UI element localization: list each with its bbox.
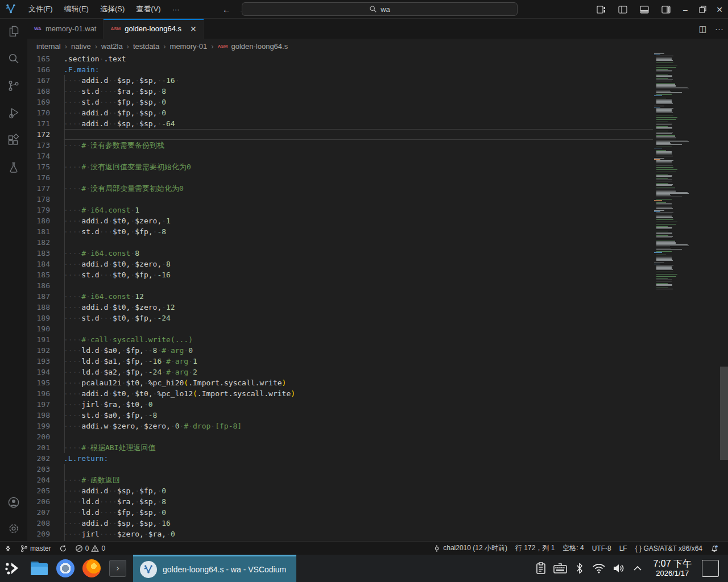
- menu-item-4[interactable]: ···: [167, 3, 185, 15]
- tab-close-icon[interactable]: ✕: [190, 24, 197, 34]
- code-line[interactable]: 166.F.main:: [27, 64, 653, 75]
- code-line[interactable]: 186: [27, 280, 653, 291]
- code-line[interactable]: 176: [27, 172, 653, 183]
- code-line[interactable]: 172: [27, 129, 653, 140]
- code-editor[interactable]: 165.section·.text166.F.main:167····addi.…: [27, 53, 728, 541]
- code-line[interactable]: 207····ld.d····$fp,·$sp,·0: [27, 507, 653, 518]
- status-errors-warnings-icon[interactable]: 00: [71, 542, 109, 555]
- code-line[interactable]: 196····addi.d·$t0,·$t0,·%pc_lo12(.Import…: [27, 388, 653, 399]
- code-line[interactable]: 205····addi.d··$sp,·$fp,·0: [27, 485, 653, 496]
- toggle-secondary-sidebar-icon[interactable]: [661, 5, 671, 14]
- wifi-icon[interactable]: [590, 559, 607, 578]
- code-line[interactable]: 180····addi.d·$t0,·$zero,·1: [27, 215, 653, 226]
- breadcrumb-item-memory-01[interactable]: memory-01: [170, 42, 208, 51]
- status-right-3[interactable]: UTF-8: [588, 542, 615, 555]
- code-line[interactable]: 169····st.d····$fp,·$sp,·0: [27, 97, 653, 107]
- toggle-primary-sidebar-icon[interactable]: [618, 5, 627, 14]
- code-line[interactable]: 183····#·i64.const·8: [27, 248, 653, 259]
- code-line[interactable]: 189····st.d···$t0,·$fp,·-24: [27, 313, 653, 323]
- account-icon[interactable]: [7, 496, 20, 509]
- code-line[interactable]: 209····jirl····$zero,·$ra,·0: [27, 529, 653, 539]
- code-line[interactable]: 165.section·.text: [27, 53, 653, 64]
- code-line[interactable]: 206····ld.d····$ra,·$sp,·8: [27, 496, 653, 507]
- nav-back-button[interactable]: ←: [222, 5, 231, 14]
- code-line[interactable]: 190: [27, 323, 653, 334]
- code-line[interactable]: 191····#·call·syscall.write(...): [27, 334, 653, 345]
- breadcrumb-item-wat2la[interactable]: wat2la: [101, 42, 123, 51]
- status-right-5[interactable]: { } GAS/AT&T x86/x64: [631, 542, 706, 555]
- restore-button[interactable]: [694, 0, 711, 19]
- code-line[interactable]: 203: [27, 464, 653, 475]
- code-line[interactable]: 181····st.d···$t0,·$fp,·-8: [27, 226, 653, 237]
- status-sync-icon[interactable]: [55, 542, 71, 555]
- code-line[interactable]: 185····st.d···$t0,·$fp,·-16: [27, 269, 653, 280]
- scrollbar-thumb[interactable]: [720, 367, 728, 460]
- code-line[interactable]: 195····pcalau12i·$t0,·%pc_hi20(.Import.s…: [27, 377, 653, 388]
- code-line[interactable]: 175····#·没有返回值变量需要初始化为0: [27, 161, 653, 172]
- status-right-4[interactable]: LF: [615, 542, 631, 555]
- toggle-panel-icon[interactable]: [640, 5, 649, 14]
- minimap[interactable]: [654, 53, 692, 304]
- code-line[interactable]: 179····#·i64.const·1: [27, 205, 653, 215]
- customize-layout-icon[interactable]: [597, 5, 606, 14]
- code-line[interactable]: 199····addi.w·$zero,·$zero,·0·#·drop·[fp…: [27, 421, 653, 431]
- clipboard-icon[interactable]: [532, 559, 549, 578]
- taskbar-clock[interactable]: 7:07 下午 2026/1/17: [653, 559, 692, 577]
- close-window-button[interactable]: ✕: [711, 0, 728, 19]
- firefox-button[interactable]: [78, 555, 105, 582]
- show-desktop-button[interactable]: [702, 560, 719, 577]
- chromium-button[interactable]: [52, 555, 78, 582]
- menu-item-3[interactable]: 查看(V): [131, 2, 166, 16]
- extensions-icon[interactable]: [7, 134, 20, 147]
- chevron-up-icon[interactable]: [629, 559, 646, 578]
- code-line[interactable]: 200: [27, 431, 653, 442]
- breadcrumb-item-native[interactable]: native: [71, 42, 91, 51]
- code-line[interactable]: 194····ld.d·$a2,·$fp,·-24·#·arg·2: [27, 367, 653, 377]
- taskbar-window-button[interactable]: golden-loong64.s - wa - VSCodium: [133, 555, 296, 582]
- menu-item-1[interactable]: 编辑(E): [59, 2, 94, 16]
- code-line[interactable]: 208····addi.d··$sp,·$sp,·16: [27, 518, 653, 529]
- file-manager-button[interactable]: [26, 555, 52, 582]
- minimize-button[interactable]: –: [677, 0, 694, 19]
- status-remote-icon[interactable]: [0, 542, 16, 555]
- menu-item-0[interactable]: 文件(F): [23, 2, 58, 16]
- code-line[interactable]: 202.L.return:: [27, 453, 653, 464]
- code-line[interactable]: 173····#·没有参数需要备份到栈: [27, 140, 653, 151]
- tab-golden-loong64.s[interactable]: ASMgolden-loong64.s✕: [104, 19, 204, 39]
- code-line[interactable]: 170····addi.d··$fp,·$sp,·0: [27, 107, 653, 118]
- code-line[interactable]: 197····jirl·$ra,·$t0,·0: [27, 399, 653, 410]
- code-line[interactable]: 182: [27, 237, 653, 248]
- breadcrumb-file[interactable]: ASMgolden-loong64.s: [218, 42, 288, 51]
- search-icon[interactable]: [7, 52, 20, 65]
- breadcrumb-item-internal[interactable]: internal: [36, 42, 61, 51]
- bluetooth-icon[interactable]: [571, 559, 588, 578]
- run-debug-icon[interactable]: [7, 106, 20, 120]
- status-right-6[interactable]: [706, 542, 722, 555]
- code-line[interactable]: 201····#·根据ABI处理返回值: [27, 442, 653, 453]
- more-actions-icon[interactable]: ···: [715, 24, 723, 34]
- code-line[interactable]: 198····st.d·$a0,·$fp,·-8: [27, 410, 653, 421]
- code-line[interactable]: 184····addi.d·$t0,·$zero,·8: [27, 259, 653, 269]
- settings-gear-icon[interactable]: [7, 522, 20, 535]
- code-line[interactable]: 204····#·函数返回: [27, 475, 653, 485]
- status-branch-icon[interactable]: master: [16, 542, 55, 555]
- code-line[interactable]: 167····addi.d··$sp,·$sp,·-16·: [27, 75, 653, 86]
- explorer-icon[interactable]: [7, 24, 20, 38]
- status-right-1[interactable]: 行 172，列 1: [511, 542, 559, 555]
- volume-icon[interactable]: [610, 559, 627, 578]
- code-line[interactable]: 171····addi.d··$sp,·$sp,·-64: [27, 118, 653, 129]
- code-line[interactable]: 188····addi.d·$t0,·$zero,·12: [27, 302, 653, 313]
- code-line[interactable]: 178: [27, 194, 653, 205]
- breadcrumb-item-testdata[interactable]: testdata: [133, 42, 159, 51]
- code-line[interactable]: 193····ld.d·$a1,·$fp,·-16·#·arg·1: [27, 356, 653, 367]
- code-line[interactable]: 177····#·没有局部变量需要初始化为0: [27, 183, 653, 194]
- status-right-2[interactable]: 空格: 4: [559, 542, 588, 555]
- code-line[interactable]: 192····ld.d·$a0,·$fp,·-8·#·arg·0: [27, 345, 653, 356]
- split-editor-icon[interactable]: ◫: [699, 24, 707, 34]
- code-line[interactable]: 174: [27, 151, 653, 161]
- code-line[interactable]: 168····st.d····$ra,·$sp,·8: [27, 86, 653, 97]
- code-line[interactable]: 187····#·i64.const·12: [27, 291, 653, 302]
- app-launcher-button[interactable]: [0, 555, 26, 582]
- command-center-search[interactable]: wa: [242, 2, 518, 16]
- terminal-button[interactable]: ›: [105, 555, 131, 582]
